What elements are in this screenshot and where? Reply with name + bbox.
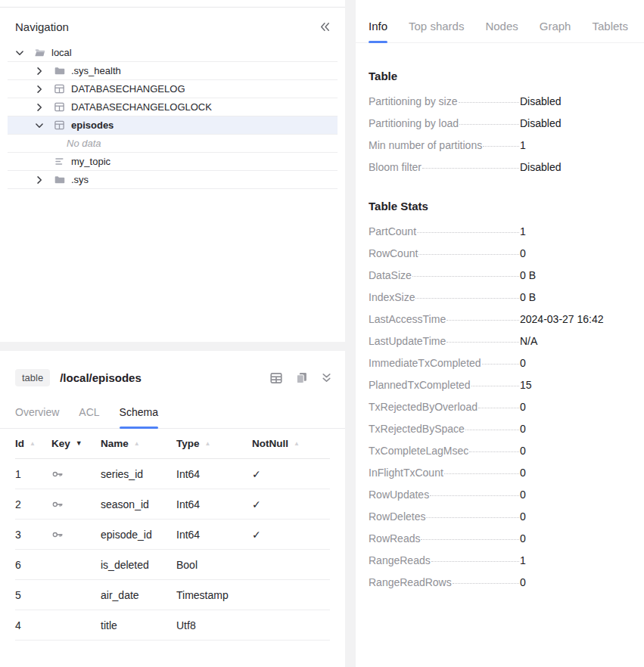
info-value: 0 bbox=[520, 489, 526, 501]
chevron-right-icon[interactable] bbox=[33, 174, 45, 186]
horizontal-splitter[interactable] bbox=[0, 342, 345, 351]
info-left: LastAccessTime bbox=[369, 313, 520, 325]
tab-graph[interactable]: Graph bbox=[540, 15, 571, 42]
sort-asc-icon: ▲ bbox=[294, 441, 300, 447]
dotted-leader bbox=[465, 430, 519, 430]
tree-item-sys-health[interactable]: .sys_health bbox=[8, 62, 338, 80]
info-value: 0 bbox=[520, 467, 526, 479]
info-row-bloom-filter: Bloom filterDisabled bbox=[369, 161, 639, 173]
info-label: PlannedTxCompleted bbox=[369, 379, 471, 391]
copy-icon[interactable] bbox=[294, 371, 308, 385]
info-row-lastaccesstime: LastAccessTime2024-03-27 16:42 bbox=[369, 313, 639, 325]
info-row-datasize: DataSize0 B bbox=[369, 269, 639, 281]
schema-row-season-id: 2season_idInt64✓ bbox=[15, 489, 330, 520]
info-row-rangereads: RangeReads1 bbox=[369, 554, 639, 566]
cell-id: 5 bbox=[15, 589, 51, 601]
tree-item-my-topic[interactable]: my_topic bbox=[8, 153, 338, 171]
schema-row-title: 4titleUtf8 bbox=[15, 610, 330, 641]
info-row-partitioning-by-size: Partitioning by sizeDisabled bbox=[369, 95, 639, 107]
info-content: TablePartitioning by sizeDisabledPartiti… bbox=[356, 70, 644, 588]
column-header-id[interactable]: Id▲ bbox=[15, 438, 51, 449]
info-group: Partitioning by sizeDisabledPartitioning… bbox=[369, 95, 639, 173]
info-left: Bloom filter bbox=[369, 161, 520, 173]
tab-schema[interactable]: Schema bbox=[120, 402, 158, 428]
tree-item-databasechangelog[interactable]: DATABASECHANGELOG bbox=[8, 80, 338, 98]
tab-top-shards[interactable]: Top shards bbox=[409, 15, 464, 42]
tree-item-episodes[interactable]: episodes bbox=[8, 116, 338, 135]
column-header-key[interactable]: Key▼ bbox=[51, 438, 101, 449]
table-grid-icon[interactable] bbox=[269, 371, 283, 385]
info-row-rowreads: RowReads0 bbox=[369, 532, 639, 544]
cell-type: Bool bbox=[176, 559, 252, 571]
tree-item-label: DATABASECHANGELOGLOCK bbox=[71, 101, 212, 113]
info-left: RowDeletes bbox=[369, 510, 520, 523]
column-header-label: NotNull bbox=[252, 438, 288, 449]
info-value: 1 bbox=[520, 225, 526, 237]
info-left: RangeReadRows bbox=[369, 576, 520, 588]
chevron-right-icon[interactable] bbox=[33, 83, 45, 95]
tree-item-sys[interactable]: .sys bbox=[8, 171, 338, 189]
column-header-name[interactable]: Name▲ bbox=[101, 438, 176, 449]
info-group: ImmediateTxCompleted0PlannedTxCompleted1… bbox=[369, 357, 639, 479]
schema-table: Id▲Key▼Name▲Type▲NotNull▲ 1series_idInt6… bbox=[15, 429, 330, 641]
info-left: TxRejectedBySpace bbox=[369, 423, 520, 435]
info-row-partitioning-by-load: Partitioning by loadDisabled bbox=[369, 117, 639, 129]
left-pane: Navigation local.sys_healthDATABASECHANG… bbox=[0, 0, 345, 667]
info-value: 15 bbox=[520, 379, 532, 391]
info-left: DataSize bbox=[369, 269, 520, 281]
info-value: Disabled bbox=[520, 161, 561, 173]
tab-nodes[interactable]: Nodes bbox=[485, 15, 518, 42]
sort-desc-icon: ▼ bbox=[76, 440, 82, 447]
tab-info[interactable]: Info bbox=[369, 15, 387, 42]
column-header-notnull[interactable]: NotNull▲ bbox=[252, 438, 330, 449]
cell-type: Int64 bbox=[176, 498, 252, 510]
dotted-leader bbox=[453, 583, 519, 584]
double-chevron-down-icon[interactable] bbox=[319, 371, 333, 385]
topic-icon bbox=[53, 156, 65, 168]
column-header-type[interactable]: Type▲ bbox=[176, 438, 252, 449]
chevron-right-icon[interactable] bbox=[33, 65, 45, 77]
tree-item-label: .sys bbox=[71, 174, 89, 185]
info-left: InFlightTxCount bbox=[369, 467, 520, 479]
dotted-leader bbox=[459, 124, 519, 125]
info-left: PartCount bbox=[369, 225, 520, 237]
dotted-leader bbox=[412, 276, 519, 277]
folder-open-icon bbox=[33, 47, 45, 59]
expander-spacer bbox=[33, 156, 45, 168]
info-row-immediatetxcompleted: ImmediateTxCompleted0 bbox=[369, 357, 639, 369]
vertical-splitter[interactable] bbox=[345, 0, 356, 667]
chevron-down-icon[interactable] bbox=[33, 119, 45, 132]
info-left: Partitioning by load bbox=[369, 117, 520, 129]
cell-type: Int64 bbox=[176, 468, 252, 480]
tree-item-databasechangeloglock[interactable]: DATABASECHANGELOGLOCK bbox=[8, 98, 338, 116]
tab-acl[interactable]: ACL bbox=[79, 402, 99, 428]
info-left: ImmediateTxCompleted bbox=[369, 357, 520, 369]
schema-table-body: 1series_idInt64✓2season_idInt64✓3episode… bbox=[15, 459, 330, 641]
info-label: RowCount bbox=[369, 247, 418, 259]
chevron-down-icon[interactable] bbox=[14, 47, 26, 59]
notnull-check-icon: ✓ bbox=[252, 529, 330, 541]
info-row-rowdeletes: RowDeletes0 bbox=[369, 510, 639, 523]
chevron-right-icon[interactable] bbox=[33, 101, 45, 113]
tab-tablets[interactable]: Tablets bbox=[592, 15, 628, 42]
double-chevron-left-icon[interactable] bbox=[319, 20, 331, 33]
schema-row-episode-id: 3episode_idInt64✓ bbox=[15, 520, 330, 550]
info-label: PartCount bbox=[369, 225, 416, 237]
dotted-leader bbox=[417, 232, 519, 233]
dotted-leader bbox=[418, 254, 519, 255]
tree-item-label: .sys_health bbox=[71, 65, 121, 76]
tree-item-local[interactable]: local bbox=[8, 44, 338, 62]
section-heading-table-stats: Table Stats bbox=[369, 200, 639, 213]
info-label: LastAccessTime bbox=[369, 313, 446, 325]
tab-overview[interactable]: Overview bbox=[15, 402, 59, 428]
cell-type: Utf8 bbox=[176, 619, 252, 631]
info-left: TxCompleteLagMsec bbox=[369, 445, 520, 457]
info-left: RowCount bbox=[369, 247, 520, 259]
info-label: TxRejectedByOverload bbox=[369, 401, 478, 413]
schema-row-air-date: 5air_dateTimestamp bbox=[15, 580, 330, 610]
info-value: 0 bbox=[520, 357, 526, 369]
info-value: 0 bbox=[520, 510, 526, 523]
info-row-lastupdatetime: LastUpdateTimeN/A bbox=[369, 335, 639, 347]
tree-item-label: DATABASECHANGELOG bbox=[71, 83, 185, 95]
info-row-partcount: PartCount1 bbox=[369, 225, 639, 237]
